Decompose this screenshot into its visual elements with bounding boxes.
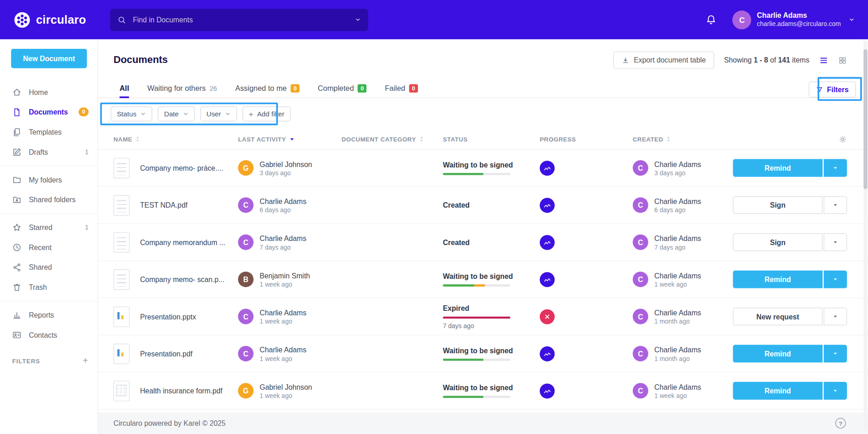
- tab-waiting-for-others[interactable]: Waiting for others26: [147, 81, 217, 98]
- column-header-status[interactable]: STATUS: [443, 136, 539, 143]
- signature-progress-icon[interactable]: [540, 235, 555, 250]
- action-dropdown-caret[interactable]: [824, 233, 847, 251]
- export-document-table-button[interactable]: Export document table: [613, 52, 714, 69]
- column-header-created[interactable]: CREATED: [633, 136, 733, 143]
- document-row-6[interactable]: Presentation.pdfCCharlie Adams1 week ago…: [98, 335, 868, 372]
- tab-failed[interactable]: Failed0: [385, 81, 418, 98]
- action-dropdown-caret[interactable]: [824, 196, 847, 214]
- signature-progress-icon[interactable]: [540, 346, 555, 361]
- search-input[interactable]: [132, 15, 349, 25]
- sidebar-item-recent[interactable]: Recent: [0, 237, 98, 257]
- signature-progress-icon[interactable]: [540, 272, 555, 287]
- action-cell: Remind: [733, 271, 847, 288]
- page-title: Documents: [114, 54, 168, 66]
- sidebar-item-reports[interactable]: Reports: [0, 305, 98, 325]
- column-header-document-category[interactable]: DOCUMENT CATEGORY: [341, 136, 443, 143]
- progress-cell: [540, 346, 633, 361]
- document-name[interactable]: Presentation.pptx: [140, 312, 238, 320]
- sidebar-item-starred[interactable]: Starred1: [0, 217, 98, 237]
- document-row-7[interactable]: Health insurance form.pdfGGabriel Johnso…: [98, 372, 868, 409]
- clock-icon: [12, 242, 22, 252]
- document-search[interactable]: [110, 9, 368, 31]
- sidebar-item-my-folders[interactable]: My folders: [0, 170, 98, 190]
- document-name[interactable]: Presentation.pdf: [140, 350, 238, 358]
- document-row-3[interactable]: Company memorandum ...CCharlie Adams7 da…: [98, 224, 868, 261]
- tab-all[interactable]: All: [119, 81, 129, 98]
- action-cell: Remind: [733, 159, 847, 177]
- action-dropdown-caret[interactable]: [824, 159, 847, 177]
- export-button-label: Export document table: [634, 56, 706, 64]
- column-header-name[interactable]: NAME: [114, 136, 238, 143]
- remind-button[interactable]: Remind: [733, 159, 823, 177]
- sign-button[interactable]: Sign: [733, 196, 823, 214]
- sidebar-item-home[interactable]: Home: [0, 82, 98, 102]
- document-row-2[interactable]: TEST NDA.pdfCCharlie Adams6 days agoCrea…: [98, 187, 868, 224]
- sign-button[interactable]: Sign: [733, 233, 823, 251]
- filter-chips-row: StatusDateUser+Add filter: [98, 98, 868, 129]
- document-name[interactable]: Company memorandum ...: [140, 238, 238, 246]
- sidebar-add-filter-plus-icon[interactable]: +: [83, 356, 88, 366]
- sidebar-item-label: Documents: [29, 108, 68, 116]
- grid-view-toggle[interactable]: [838, 56, 847, 64]
- help-button[interactable]: ?: [835, 418, 846, 429]
- document-row-5[interactable]: Presentation.pptxCCharlie Adams1 week ag…: [98, 298, 868, 335]
- action-dropdown-caret[interactable]: [824, 382, 847, 400]
- sidebar-item-shared[interactable]: Shared: [0, 257, 98, 277]
- signature-progress-icon[interactable]: [540, 383, 555, 398]
- sidebar-item-shared-folders[interactable]: Shared folders: [0, 189, 98, 209]
- scrollbar[interactable]: [863, 41, 867, 432]
- filters-button[interactable]: Filters: [809, 81, 856, 97]
- search-scope-chevron-icon[interactable]: [355, 16, 361, 22]
- document-name[interactable]: Health insurance form.pdf: [140, 387, 238, 395]
- created-cell: CCharlie Adams1 month ago: [633, 345, 733, 361]
- progress-bar: [443, 359, 510, 361]
- scrollbar-thumb[interactable]: [863, 49, 867, 189]
- signature-progress-icon[interactable]: [540, 198, 555, 213]
- sidebar-item-documents[interactable]: Documents0: [0, 102, 98, 122]
- footer-text: Circularo powered by Karel © 2025: [114, 419, 226, 427]
- new-request-button[interactable]: New request: [733, 308, 823, 325]
- action-dropdown-caret[interactable]: [824, 345, 847, 362]
- activity-avatar: B: [238, 272, 253, 287]
- filter-chip-user[interactable]: User: [200, 106, 237, 121]
- sidebar-item-badge: 0: [79, 108, 88, 116]
- remind-button[interactable]: Remind: [733, 271, 823, 288]
- table-settings-gear-icon[interactable]: [733, 135, 847, 143]
- failed-status-icon[interactable]: [540, 309, 555, 324]
- remind-button[interactable]: Remind: [733, 345, 823, 362]
- tab-assigned-to-me[interactable]: Assigned to me0: [235, 81, 300, 98]
- chevron-icon: [140, 111, 146, 117]
- filter-chip-status[interactable]: Status: [111, 106, 153, 121]
- document-row-1[interactable]: Company memo- práce....GGabriel Johnson3…: [98, 150, 868, 187]
- document-name[interactable]: Company memo- scan.p...: [140, 275, 238, 283]
- action-dropdown-caret[interactable]: [824, 271, 847, 288]
- sidebar-item-contacts[interactable]: Contacts: [0, 325, 98, 345]
- sidebar-item-templates[interactable]: Templates: [0, 122, 98, 142]
- user-menu[interactable]: C Charlie Adams charlie.adams@circularo.…: [733, 10, 855, 29]
- column-header-progress[interactable]: PROGRESS: [540, 136, 633, 143]
- created-cell: CCharlie Adams6 days ago: [633, 197, 733, 213]
- column-header-last-activity[interactable]: LAST ACTIVITY: [238, 136, 341, 143]
- activity-avatar: C: [238, 346, 253, 361]
- activity-avatar: C: [238, 309, 253, 324]
- document-name[interactable]: TEST NDA.pdf: [140, 201, 238, 209]
- download-icon: [622, 56, 630, 64]
- showing-count: Showing 1 - 8 of 141 items: [724, 56, 809, 64]
- new-document-button[interactable]: New Document: [11, 49, 87, 68]
- add-filter-button[interactable]: +Add filter: [243, 106, 290, 121]
- last-activity-cell: GGabriel Johnson1 week ago: [238, 383, 341, 399]
- signature-progress-icon[interactable]: [540, 161, 555, 176]
- remind-button[interactable]: Remind: [733, 382, 823, 400]
- notifications-bell-icon[interactable]: [705, 14, 717, 26]
- document-row-4[interactable]: Company memo- scan.p...BBenjamin Smith1 …: [98, 261, 868, 298]
- sidebar-item-trash[interactable]: Trash: [0, 277, 98, 297]
- logo[interactable]: circularo: [14, 11, 110, 28]
- action-dropdown-caret[interactable]: [824, 308, 847, 325]
- sort-icon: [666, 136, 671, 143]
- filter-chip-date[interactable]: Date: [158, 106, 195, 121]
- document-name[interactable]: Company memo- práce....: [140, 164, 238, 172]
- tab-completed[interactable]: Completed0: [318, 81, 367, 98]
- sidebar-item-drafts[interactable]: Drafts1: [0, 142, 98, 162]
- templates-icon: [12, 127, 22, 137]
- list-view-toggle[interactable]: [819, 56, 828, 64]
